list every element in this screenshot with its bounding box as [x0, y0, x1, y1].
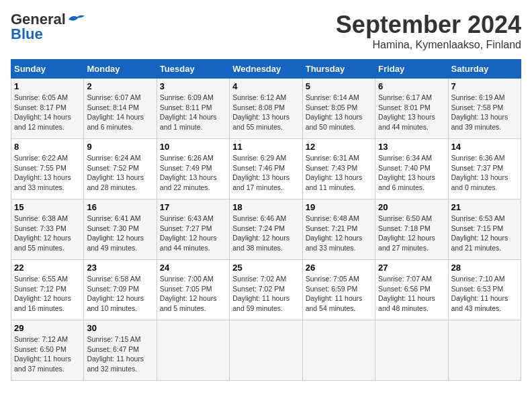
sunset-label: Sunset: 8:14 PM — [87, 103, 139, 111]
day-number: 8 — [14, 142, 81, 152]
sunset-label: Sunset: 8:17 PM — [14, 103, 66, 111]
sunset-label: Sunset: 7:52 PM — [87, 164, 139, 172]
sunrise-label: Sunrise: 6:50 AM — [378, 214, 432, 222]
sunrise-label: Sunrise: 6:46 AM — [232, 214, 286, 222]
cell-content: Sunrise: 6:46 AM Sunset: 7:24 PM Dayligh… — [232, 214, 299, 253]
day-number: 29 — [14, 323, 81, 333]
cell-content: Sunrise: 7:12 AM Sunset: 6:50 PM Dayligh… — [14, 334, 81, 374]
month-title: September 2024 — [336, 11, 521, 39]
daylight-label: Daylight: 12 hours and 16 minutes. — [14, 294, 71, 312]
daylight-label: Daylight: 12 hours and 38 minutes. — [232, 234, 290, 252]
cell-content: Sunrise: 6:12 AM Sunset: 8:08 PM Dayligh… — [232, 93, 299, 132]
day-number: 6 — [378, 81, 445, 91]
calendar-cell: 7 Sunrise: 6:19 AM Sunset: 7:58 PM Dayli… — [448, 79, 521, 139]
day-number: 10 — [160, 142, 226, 152]
sunrise-label: Sunrise: 7:07 AM — [378, 275, 432, 283]
daylight-label: Daylight: 13 hours and 39 minutes. — [451, 113, 508, 131]
cell-content: Sunrise: 7:15 AM Sunset: 6:47 PM Dayligh… — [87, 334, 153, 374]
sunset-label: Sunset: 7:24 PM — [232, 224, 285, 232]
calendar-cell — [230, 320, 302, 381]
sunrise-label: Sunrise: 6:43 AM — [160, 214, 214, 222]
sunrise-label: Sunrise: 6:36 AM — [451, 154, 505, 162]
calendar-cell: 17 Sunrise: 6:43 AM Sunset: 7:27 PM Dayl… — [157, 199, 229, 260]
header-thursday: Thursday — [302, 60, 375, 79]
day-number: 26 — [306, 263, 372, 273]
day-number: 25 — [232, 263, 299, 273]
daylight-label: Daylight: 12 hours and 44 minutes. — [160, 234, 217, 252]
daylight-label: Daylight: 14 hours and 12 minutes. — [14, 113, 71, 131]
logo-blue-text: Blue — [11, 26, 43, 43]
calendar-cell: 29 Sunrise: 7:12 AM Sunset: 6:50 PM Dayl… — [11, 320, 84, 381]
daylight-label: Daylight: 11 hours and 54 minutes. — [306, 294, 363, 312]
sunset-label: Sunset: 7:46 PM — [232, 164, 285, 172]
daylight-label: Daylight: 14 hours and 1 minute. — [160, 113, 217, 131]
cell-content: Sunrise: 7:02 AM Sunset: 7:02 PM Dayligh… — [232, 274, 299, 314]
cell-content: Sunrise: 6:14 AM Sunset: 8:05 PM Dayligh… — [306, 93, 372, 132]
day-number: 17 — [160, 202, 226, 212]
sunset-label: Sunset: 7:18 PM — [378, 224, 431, 232]
calendar-cell: 6 Sunrise: 6:17 AM Sunset: 8:01 PM Dayli… — [375, 79, 448, 139]
day-number: 1 — [14, 81, 81, 91]
calendar-cell: 1 Sunrise: 6:05 AM Sunset: 8:17 PM Dayli… — [11, 79, 84, 139]
daylight-label: Daylight: 13 hours and 17 minutes. — [232, 173, 290, 191]
sunset-label: Sunset: 7:21 PM — [306, 224, 358, 232]
calendar-header-row: SundayMondayTuesdayWednesdayThursdayFrid… — [11, 60, 521, 79]
sunrise-label: Sunrise: 6:31 AM — [306, 154, 359, 162]
daylight-label: Daylight: 13 hours and 0 minutes. — [451, 173, 508, 191]
calendar-cell: 14 Sunrise: 6:36 AM Sunset: 7:37 PM Dayl… — [448, 139, 521, 199]
calendar-cell: 25 Sunrise: 7:02 AM Sunset: 7:02 PM Dayl… — [230, 260, 302, 320]
daylight-label: Daylight: 12 hours and 49 minutes. — [87, 234, 144, 252]
day-number: 13 — [378, 142, 445, 152]
daylight-label: Daylight: 13 hours and 55 minutes. — [232, 113, 290, 131]
daylight-label: Daylight: 13 hours and 22 minutes. — [160, 173, 217, 191]
sunset-label: Sunset: 6:47 PM — [87, 345, 139, 353]
sunrise-label: Sunrise: 6:05 AM — [14, 93, 68, 101]
sunrise-label: Sunrise: 6:07 AM — [87, 93, 140, 101]
cell-content: Sunrise: 6:55 AM Sunset: 7:12 PM Dayligh… — [14, 274, 81, 314]
calendar-cell: 5 Sunrise: 6:14 AM Sunset: 8:05 PM Dayli… — [302, 79, 375, 139]
sunrise-label: Sunrise: 6:22 AM — [14, 154, 68, 162]
daylight-label: Daylight: 13 hours and 44 minutes. — [378, 113, 435, 131]
cell-content: Sunrise: 6:22 AM Sunset: 7:55 PM Dayligh… — [14, 153, 81, 193]
calendar-cell: 22 Sunrise: 6:55 AM Sunset: 7:12 PM Dayl… — [11, 260, 84, 320]
calendar-cell: 15 Sunrise: 6:38 AM Sunset: 7:33 PM Dayl… — [11, 199, 84, 260]
header-sunday: Sunday — [11, 60, 84, 79]
day-number: 30 — [87, 323, 153, 333]
sunrise-label: Sunrise: 6:09 AM — [160, 93, 214, 101]
sunset-label: Sunset: 7:37 PM — [451, 164, 504, 172]
cell-content: Sunrise: 6:05 AM Sunset: 8:17 PM Dayligh… — [14, 93, 81, 132]
sunrise-label: Sunrise: 7:10 AM — [451, 275, 505, 283]
sunset-label: Sunset: 8:11 PM — [160, 103, 212, 111]
sunset-label: Sunset: 6:56 PM — [378, 285, 431, 293]
day-number: 28 — [451, 263, 518, 273]
daylight-label: Daylight: 11 hours and 32 minutes. — [87, 355, 144, 373]
sunrise-label: Sunrise: 6:24 AM — [87, 154, 140, 162]
daylight-label: Daylight: 12 hours and 21 minutes. — [451, 234, 508, 252]
calendar-cell: 11 Sunrise: 6:29 AM Sunset: 7:46 PM Dayl… — [230, 139, 302, 199]
day-number: 22 — [14, 263, 81, 273]
calendar-cell: 28 Sunrise: 7:10 AM Sunset: 6:53 PM Dayl… — [448, 260, 521, 320]
daylight-label: Daylight: 11 hours and 48 minutes. — [378, 294, 435, 312]
sunset-label: Sunset: 7:58 PM — [451, 103, 504, 111]
day-number: 21 — [451, 202, 518, 212]
cell-content: Sunrise: 7:05 AM Sunset: 6:59 PM Dayligh… — [306, 274, 372, 314]
sunrise-label: Sunrise: 6:19 AM — [451, 93, 505, 101]
day-number: 3 — [160, 81, 226, 91]
day-number: 5 — [306, 81, 372, 91]
sunset-label: Sunset: 6:59 PM — [306, 285, 358, 293]
cell-content: Sunrise: 6:09 AM Sunset: 8:11 PM Dayligh… — [160, 93, 226, 132]
location: Hamina, Kymenlaakso, Finland — [336, 39, 521, 51]
calendar-cell: 20 Sunrise: 6:50 AM Sunset: 7:18 PM Dayl… — [375, 199, 448, 260]
logo-bird-icon — [67, 13, 86, 26]
sunset-label: Sunset: 8:08 PM — [232, 103, 285, 111]
day-number: 23 — [87, 263, 153, 273]
header-friday: Friday — [375, 60, 448, 79]
day-number: 19 — [306, 202, 372, 212]
day-number: 2 — [87, 81, 153, 91]
sunrise-label: Sunrise: 6:26 AM — [160, 154, 214, 162]
sunrise-label: Sunrise: 6:14 AM — [306, 93, 359, 101]
daylight-label: Daylight: 12 hours and 33 minutes. — [306, 234, 363, 252]
calendar-cell: 13 Sunrise: 6:34 AM Sunset: 7:40 PM Dayl… — [375, 139, 448, 199]
calendar-cell: 4 Sunrise: 6:12 AM Sunset: 8:08 PM Dayli… — [230, 79, 302, 139]
cell-content: Sunrise: 6:41 AM Sunset: 7:30 PM Dayligh… — [87, 214, 153, 253]
